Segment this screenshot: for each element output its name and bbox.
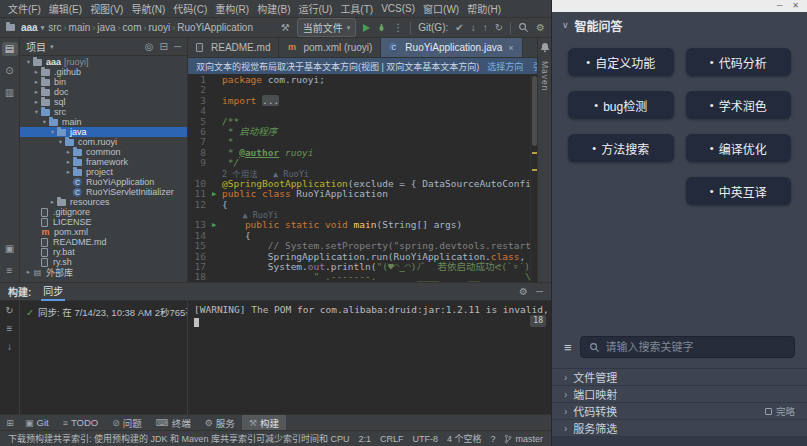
menu-item[interactable]: 视图(V) <box>86 1 127 16</box>
tree-item-readme.md[interactable]: README.md <box>20 237 187 247</box>
assistant-button-3[interactable]: bug检测 <box>568 91 674 119</box>
assistant-header[interactable]: ∨ 智能问答 <box>552 12 807 38</box>
tree-arrow[interactable]: ▾ <box>56 138 65 146</box>
assistant-button-6[interactable]: 编译优化 <box>686 134 792 162</box>
run-gutter-icon[interactable]: ▶ <box>212 189 222 199</box>
close-tab-icon[interactable]: × <box>508 43 513 53</box>
tree-arrow[interactable]: ▸ <box>24 268 33 276</box>
search-icon[interactable] <box>518 22 529 33</box>
build-tab-sync[interactable]: 同步 <box>41 282 65 301</box>
menu-burger-icon[interactable]: ≡ <box>564 341 572 354</box>
hide-panel-icon[interactable]: ─ <box>174 41 181 52</box>
menu-item[interactable]: 导航(N) <box>127 1 169 16</box>
scrollbar-thumb[interactable] <box>532 76 537 146</box>
tree-item-ruoyiapplication[interactable]: CRuoYiApplication <box>20 177 187 187</box>
tree-item-.gitignore[interactable]: .gitignore <box>20 207 187 217</box>
menu-item[interactable]: 运行(U) <box>294 1 336 16</box>
menu-item[interactable]: 窗口(W) <box>419 1 463 16</box>
search-box[interactable] <box>580 336 795 358</box>
menu-item[interactable]: 帮助(H) <box>463 1 505 16</box>
readonly-widget[interactable]: ? <box>490 434 495 444</box>
tree-item-aaa[interactable]: ▾aaa[ruoyi] <box>20 57 187 67</box>
tree-item-common[interactable]: ▸common <box>20 147 187 157</box>
settings-gear-icon[interactable]: ⚙ <box>519 286 528 297</box>
section-row[interactable]: ›端口映射 <box>552 386 807 403</box>
tree-arrow[interactable]: ▸ <box>64 168 73 176</box>
editor-tab[interactable]: CRuoYiApplication.java× <box>381 38 522 57</box>
tree-item-license[interactable]: LICENSE <box>20 217 187 227</box>
run-tool-icon[interactable]: ▣ <box>2 242 18 256</box>
tree-arrow[interactable]: ▸ <box>32 78 41 86</box>
debug-bug-icon[interactable] <box>377 23 386 32</box>
toolwindow-button-git[interactable]: ▣Git <box>18 415 56 430</box>
tree-arrow[interactable]: ▾ <box>24 58 33 66</box>
run-gutter-icon[interactable]: ▶ <box>212 220 222 230</box>
tree-item-bin[interactable]: ▸bin <box>20 77 187 87</box>
scroll-down-icon[interactable]: ↓ <box>7 341 12 352</box>
tree-arrow[interactable]: ▸ <box>64 158 73 166</box>
tree-item-java[interactable]: ▾java <box>20 127 187 137</box>
breadcrumb-item[interactable]: main <box>69 22 91 33</box>
tree-item-sql[interactable]: ▸sql <box>20 97 187 107</box>
minimize-window-icon[interactable]: ─ <box>777 2 783 10</box>
tree-item-doc[interactable]: ▸doc <box>20 87 187 97</box>
assistant-button-1[interactable]: 自定义功能 <box>568 48 674 76</box>
section-row[interactable]: ›文件管理 <box>552 369 807 386</box>
project-view-title[interactable]: 项目 <box>26 39 46 54</box>
git-update-icon[interactable]: ↓ <box>471 23 476 33</box>
tree-item-ry.bat[interactable]: ry.bat <box>20 247 187 257</box>
build-status-tree[interactable]: ✓同步: 在 7/14/23, 10:38 AM 2秒765毫秒 <box>20 301 188 414</box>
settings-gear-icon[interactable]: ⚙ <box>536 23 545 33</box>
git-push-icon[interactable]: ↑ <box>483 23 488 33</box>
tree-arrow[interactable]: ▸ <box>32 98 41 106</box>
assistant-button-2[interactable]: 代码分析 <box>686 48 792 76</box>
breadcrumb-item[interactable]: com <box>123 22 142 33</box>
menu-item[interactable]: 文件(F) <box>4 1 45 16</box>
structure-tool-icon[interactable]: ▥ <box>2 86 18 100</box>
editor-scrollbar[interactable] <box>530 74 537 282</box>
project-selector[interactable]: aaa ▾ <box>6 22 44 33</box>
close-window-icon[interactable]: ✕ <box>792 2 799 10</box>
build-hammer-icon[interactable]: ⚒ <box>281 23 290 33</box>
tree-item-ruoyiservletinitializer[interactable]: CRuoYiServletInitializer <box>20 187 187 197</box>
menu-item[interactable]: 构建(B) <box>253 1 294 16</box>
tree-item-main[interactable]: ▾main <box>20 117 187 127</box>
toolwindow-button-terminal[interactable]: ⌨终端 <box>149 415 198 430</box>
run-config-selector[interactable]: 当前文件 ▾ <box>297 18 357 37</box>
locate-file-icon[interactable]: ◎ <box>145 41 154 52</box>
toolwindow-button-services[interactable]: ⚙服务 <box>198 415 242 430</box>
tree-item-src[interactable]: ▾src <box>20 107 187 117</box>
menu-item[interactable]: 工具(T) <box>336 1 377 16</box>
section-row[interactable]: ›服务筛选 <box>552 420 807 437</box>
tree-arrow[interactable]: ▾ <box>32 108 41 116</box>
git-refresh-icon[interactable]: ↻ <box>495 23 503 33</box>
menu-item[interactable]: 代码(C) <box>169 1 211 16</box>
breadcrumb-item[interactable]: src <box>48 22 61 33</box>
tree-arrow[interactable]: ▸ <box>48 198 57 206</box>
encoding-widget[interactable]: UTF-8 <box>412 434 438 444</box>
collapse-all-icon[interactable]: ⊟ <box>160 41 168 52</box>
breadcrumb-item[interactable]: ruoyi <box>149 22 171 33</box>
tree-arrow[interactable]: ▸ <box>32 88 41 96</box>
git-branch-widget[interactable]: master <box>504 434 543 444</box>
tree-item-com.ruoyi[interactable]: ▾com.ruoyi <box>20 137 187 147</box>
indent-widget[interactable]: 4 个空格 <box>447 432 482 445</box>
menu-item[interactable]: VCS(S) <box>377 3 419 14</box>
menu-item[interactable]: 编辑(E) <box>45 1 86 16</box>
menu-item[interactable]: 重构(R) <box>211 1 253 16</box>
breadcrumb-item[interactable]: RuoYiApplication <box>177 22 253 33</box>
tree-arrow[interactable]: ▸ <box>64 148 73 156</box>
tree-arrow[interactable]: ▾ <box>48 128 57 136</box>
tool-switcher-icon[interactable]: ⊞ <box>2 418 18 428</box>
tree-item-pom.xml[interactable]: mpom.xml <box>20 227 187 237</box>
section-row[interactable]: ›代码转换完略 <box>552 403 807 420</box>
project-tool-icon[interactable]: ▤ <box>2 42 18 56</box>
section-extra[interactable]: 完略 <box>765 404 795 418</box>
minimize-panel-icon[interactable]: ─ <box>536 286 543 297</box>
more-actions-icon[interactable]: ⋮ <box>393 23 403 33</box>
toolwindow-button-problems[interactable]: ⊘问题 <box>105 415 149 430</box>
assistant-button-4[interactable]: 学术润色 <box>686 91 792 119</box>
caret-position-widget[interactable]: 2:1 <box>358 434 371 444</box>
tree-arrow[interactable]: ▸ <box>32 68 41 76</box>
banner-action-link[interactable]: 选择方向 <box>487 60 523 73</box>
